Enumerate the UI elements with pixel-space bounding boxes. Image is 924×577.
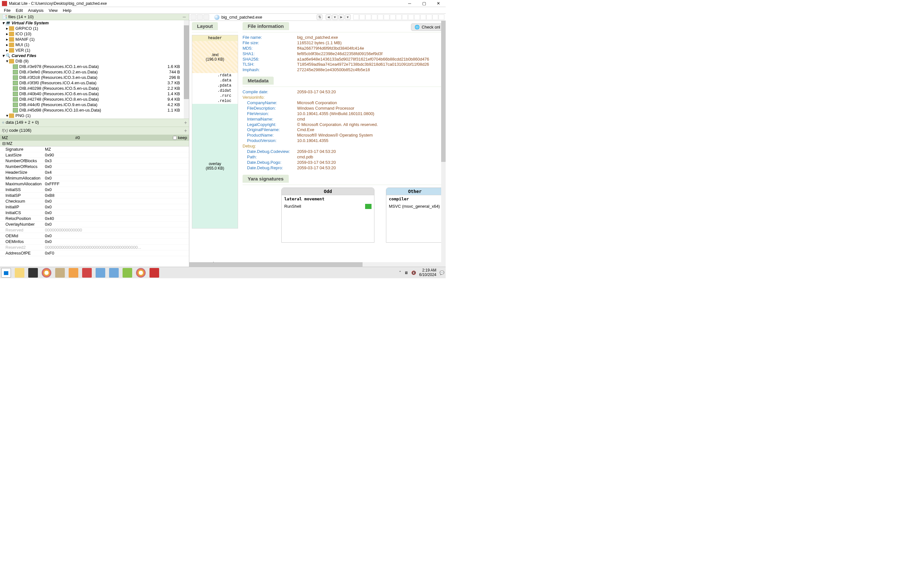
layout-section[interactable]: .rsrc (192, 93, 238, 99)
vertical-scrollbar[interactable] (441, 21, 446, 267)
nav-dropdown[interactable]: ▾ (332, 15, 338, 20)
app-icon[interactable] (123, 268, 132, 277)
tray-clock[interactable]: 2:19 AM 6/10/2024 (419, 268, 436, 277)
table-row[interactable]: Checksum0x0 (0, 198, 189, 204)
table-row[interactable]: OverlayNumber0x0 (0, 221, 189, 227)
toolbar-button[interactable] (204, 15, 209, 20)
tree-folder[interactable]: ▸ICO (10) (0, 31, 189, 37)
tray-notifications-icon[interactable]: 💬 (439, 271, 444, 275)
table-row[interactable]: OEMid0x0 (0, 233, 189, 239)
tray-volume-icon[interactable]: 🔇 (411, 271, 416, 275)
code-section-header[interactable]: f(x) code (1106) + (0, 127, 189, 135)
chrome-icon[interactable] (42, 268, 51, 277)
view-button[interactable] (414, 15, 420, 20)
view-button[interactable] (433, 15, 438, 20)
view-button[interactable] (396, 15, 402, 20)
view-button[interactable] (372, 15, 377, 20)
view-button[interactable] (402, 15, 408, 20)
plus-icon[interactable]: + (184, 128, 187, 134)
tree-file[interactable]: DIB.#3e978 (Resources.ICO.1.en-us.Data)1… (0, 64, 189, 69)
yara-item[interactable]: MSVC (msvc_general_x64) (386, 203, 443, 210)
tree-file[interactable]: DIB.#3f2c8 (Resources.ICO.3.en-us.Data)2… (0, 75, 189, 80)
layout-section[interactable]: .reloc (192, 99, 238, 104)
nav-forward-button[interactable]: ► (338, 15, 344, 20)
view-button[interactable] (390, 15, 396, 20)
toolbar-button[interactable] (191, 15, 196, 20)
tree-file[interactable]: DIB.#42748 (Resources.ICO.8.en-us.Data)9… (0, 97, 189, 102)
tree-file[interactable]: DIB.#3efe0 (Resources.ICO.2.en-us.Data)7… (0, 69, 189, 75)
layout-section[interactable]: .pdata (192, 83, 238, 89)
check-online-button[interactable]: 🌐 Check onl (411, 23, 444, 31)
table-row[interactable]: AddressOfPE0xF0 (0, 250, 189, 256)
close-button[interactable]: ✕ (431, 0, 446, 7)
menu-view[interactable]: View (46, 7, 60, 13)
start-button[interactable] (1, 268, 11, 277)
table-row[interactable]: NumberOfRelocs0x0 (0, 164, 189, 169)
menu-help[interactable]: Help (60, 7, 74, 13)
view-button[interactable] (365, 15, 371, 20)
table-row[interactable]: OEMinfos0x0 (0, 239, 189, 245)
tree-group[interactable]: ▾💻Virtual File System (0, 20, 189, 26)
layout-section[interactable]: .rdata (192, 73, 238, 78)
view-button[interactable] (384, 15, 389, 20)
layout-section-header[interactable]: header (192, 35, 238, 41)
tree-folder[interactable]: ▸MANIF (1) (0, 37, 189, 42)
tray-chevron-icon[interactable]: ˄ (399, 271, 401, 275)
table-row[interactable]: InitialSS0x0 (0, 187, 189, 193)
tree-file[interactable]: DIB.#44cf0 (Resources.ICO.9.en-us.Data)4… (0, 102, 189, 107)
mz-header[interactable]: ⊟MZ (0, 141, 189, 147)
table-row[interactable]: Reserved20000000000000000000000000000000… (0, 245, 189, 250)
horizontal-scrollbar[interactable] (189, 262, 441, 267)
layout-section-overlay[interactable]: overlay (855.0 KB) (192, 104, 238, 228)
layout-section[interactable]: .data (192, 78, 238, 83)
menu-analysis[interactable]: Analysis (25, 7, 46, 13)
view-button[interactable] (378, 15, 383, 20)
files-section-header[interactable]: 📑 files (14 + 10) ─ (0, 14, 189, 20)
view-button[interactable] (408, 15, 414, 20)
tree-file[interactable]: DIB.#40b40 (Resources.ICO.6.en-us.Data)1… (0, 91, 189, 97)
menu-edit[interactable]: Edit (13, 7, 25, 13)
tree-folder[interactable]: ▾DIB (9) (0, 58, 189, 64)
view-button[interactable] (353, 15, 359, 20)
tree-file[interactable]: DIB.#3f3f0 (Resources.ICO.4.en-us.Data)3… (0, 80, 189, 85)
layout-section-text[interactable]: .text (196.0 KB) (192, 41, 238, 73)
nav-sort-button[interactable]: ⇅ (317, 15, 322, 20)
tree-folder[interactable]: ▸MUI (1) (0, 42, 189, 47)
app-icon[interactable] (82, 268, 92, 277)
view-button[interactable] (420, 15, 426, 20)
chrome-icon[interactable] (136, 268, 145, 277)
table-row[interactable]: Reserved0000000000000000 (0, 227, 189, 233)
data-section-header[interactable]: ⟐ data (149 + 2 + 0) + (0, 119, 189, 127)
nav-dropdown[interactable]: ▾ (345, 15, 351, 20)
tree-folder[interactable]: ▸GRPICO (1) (0, 26, 189, 31)
table-row[interactable]: NumberOfBlocks0x3 (0, 158, 189, 164)
maximize-button[interactable]: ▢ (417, 0, 431, 7)
table-row[interactable]: RelocPosition0x40 (0, 216, 189, 221)
app-icon[interactable] (55, 268, 65, 277)
table-row[interactable]: InitialCS0x0 (0, 210, 189, 216)
tree-group[interactable]: ▾🔍Carved Files (0, 53, 189, 58)
tree-file[interactable]: DIB.#45d98 (Resources.ICO.10.en-us.Data)… (0, 107, 189, 113)
layout-section[interactable]: .didat (192, 89, 238, 93)
view-button[interactable] (426, 15, 432, 20)
view-button[interactable] (359, 15, 365, 20)
plus-icon[interactable]: + (184, 120, 187, 126)
table-row[interactable]: LastSize0x90 (0, 152, 189, 158)
app-icon[interactable] (95, 268, 105, 277)
app-icon[interactable] (69, 268, 78, 277)
app-icon[interactable] (109, 268, 119, 277)
table-row[interactable]: InitialIP0x0 (0, 204, 189, 210)
table-row[interactable]: SignatureMZ (0, 147, 189, 152)
explorer-icon[interactable] (15, 268, 24, 277)
minimize-button[interactable]: ─ (402, 0, 417, 7)
menu-file[interactable]: File (1, 7, 13, 13)
tree-file[interactable]: DIB.#40298 (Resources.ICO.5.en-us.Data)2… (0, 85, 189, 91)
view-button[interactable] (439, 15, 444, 20)
terminal-icon[interactable] (28, 268, 38, 277)
toolbar-button[interactable] (197, 15, 203, 20)
nav-back-button[interactable]: ◄ (326, 15, 331, 20)
table-row[interactable]: HeaderSize0x4 (0, 169, 189, 175)
tree-scrollbar[interactable] (184, 20, 189, 119)
keep-checkbox[interactable] (173, 136, 177, 140)
tree-folder[interactable]: ▾PNG (1) (0, 113, 189, 118)
